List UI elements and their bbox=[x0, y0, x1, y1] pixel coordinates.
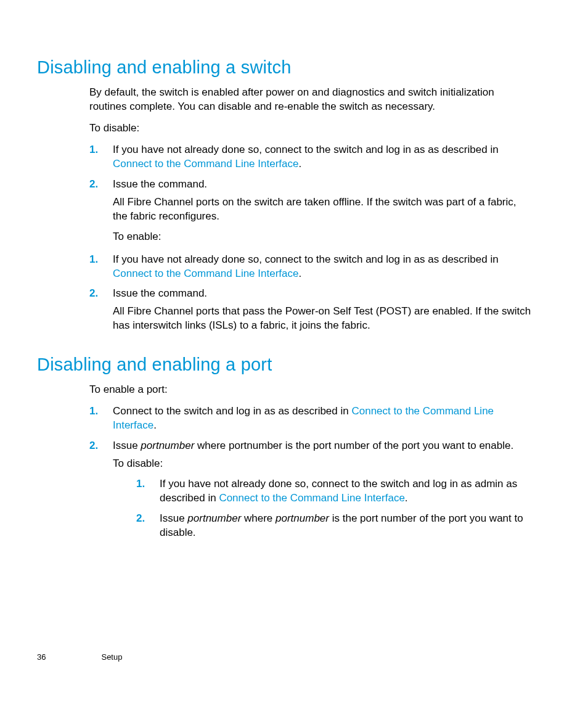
step-text: Issue the command. bbox=[113, 287, 207, 299]
list-marker: 2. bbox=[136, 512, 145, 526]
text-fragment: . bbox=[298, 268, 301, 279]
text-fragment: Issue bbox=[160, 512, 187, 524]
chapter-name: Setup bbox=[101, 652, 122, 663]
page-footer: 36 Setup bbox=[37, 652, 122, 663]
text-fragment: Issue the bbox=[113, 287, 158, 299]
step-followup: All Fibre Channel ports that pass the Po… bbox=[113, 305, 533, 333]
arg-portnumber: portnumber bbox=[276, 512, 329, 524]
list-item: 1. Connect to the switch and log in as a… bbox=[89, 404, 533, 433]
text-fragment: Issue bbox=[113, 440, 141, 451]
step-text: If you have not already done so, connect… bbox=[113, 253, 499, 279]
text-fragment: Connect to the switch and log in as bbox=[113, 405, 278, 417]
step-text: Issue portnumber where portnumber is the… bbox=[160, 512, 523, 538]
text-fragment: where bbox=[241, 512, 276, 524]
text-fragment: . bbox=[298, 158, 301, 170]
list-marker: 2. bbox=[89, 178, 98, 192]
heading-disable-enable-switch: Disabling and enabling a switch bbox=[37, 55, 533, 80]
list-item: 2. Issue the command. All Fibre Channel … bbox=[89, 178, 533, 244]
text-fragment: If you have not already done so, connect… bbox=[113, 144, 428, 155]
link-connect-cli[interactable]: Connect to the Command Line Interface bbox=[219, 492, 404, 504]
disable-port-sublist: 1. If you have not already done so, conn… bbox=[136, 477, 533, 540]
text-fragment: as described in bbox=[428, 253, 498, 265]
text-fragment: . bbox=[153, 419, 157, 431]
page-number: 36 bbox=[37, 652, 46, 663]
list-item: 1. If you have not already done so, conn… bbox=[89, 253, 533, 281]
list-marker: 1. bbox=[89, 143, 98, 157]
text-fragment: command. bbox=[158, 287, 207, 299]
step-text: If you have not already done so, connect… bbox=[113, 144, 499, 170]
text-fragment: where portnumber is the port number of t… bbox=[194, 440, 513, 451]
list-marker: 1. bbox=[136, 477, 145, 491]
arg-portnumber: portnumber bbox=[187, 512, 241, 524]
text-fragment: as described in bbox=[428, 144, 498, 155]
enable-port-steps: 1. Connect to the switch and log in as a… bbox=[89, 404, 533, 540]
list-item: 2. Issue the command. All Fibre Channel … bbox=[89, 287, 533, 333]
list-item: 2. Issue portnumber where portnumber is … bbox=[136, 512, 533, 540]
list-item: 1. If you have not already done so, conn… bbox=[136, 477, 533, 506]
disable-port-steps: 1. If you have not already done so, conn… bbox=[136, 477, 533, 540]
arg-portnumber: portnumber bbox=[141, 440, 194, 451]
list-item: 2. Issue portnumber where portnumber is … bbox=[89, 439, 533, 540]
heading-disable-enable-port: Disabling and enabling a port bbox=[37, 353, 533, 377]
enable-switch-steps: 1. If you have not already done so, conn… bbox=[89, 253, 533, 334]
document-page: Disabling and enabling a switch By defau… bbox=[0, 0, 588, 706]
list-marker: 1. bbox=[89, 253, 98, 267]
list-marker: 1. bbox=[89, 404, 98, 419]
step-text: If you have not already done so, connect… bbox=[160, 478, 517, 504]
section-2-body: To enable a port: 1. Connect to the swit… bbox=[89, 383, 533, 540]
step-text: Issue the command. bbox=[113, 178, 207, 190]
text-fragment: Issue the bbox=[113, 178, 158, 190]
link-connect-cli[interactable]: Connect to the Command Line Interface bbox=[113, 158, 298, 170]
step-followup: All Fibre Channel ports on the switch ar… bbox=[113, 195, 533, 224]
list-item: 1. If you have not already done so, conn… bbox=[89, 143, 533, 171]
step-text: Issue portnumber where portnumber is the… bbox=[113, 440, 513, 451]
intro-paragraph: By default, the switch is enabled after … bbox=[89, 86, 533, 114]
section-1-body: By default, the switch is enabled after … bbox=[89, 86, 533, 333]
text-fragment: command. bbox=[158, 178, 207, 190]
to-enable-port-label: To enable a port: bbox=[89, 383, 533, 397]
to-disable-port-label: To disable: bbox=[113, 457, 533, 471]
text-fragment: as described in bbox=[278, 405, 351, 417]
text-fragment: If you have not already done so, connect… bbox=[113, 253, 428, 265]
step-text: Connect to the switch and log in as as d… bbox=[113, 405, 494, 431]
link-connect-cli[interactable]: Connect to the Command Line Interface bbox=[113, 268, 298, 279]
text-fragment: . bbox=[405, 492, 408, 504]
list-marker: 2. bbox=[89, 287, 98, 301]
to-enable-label: To enable: bbox=[113, 230, 533, 244]
disable-switch-steps: 1. If you have not already done so, conn… bbox=[89, 143, 533, 244]
list-marker: 2. bbox=[89, 439, 98, 453]
to-disable-label: To disable: bbox=[89, 121, 533, 136]
